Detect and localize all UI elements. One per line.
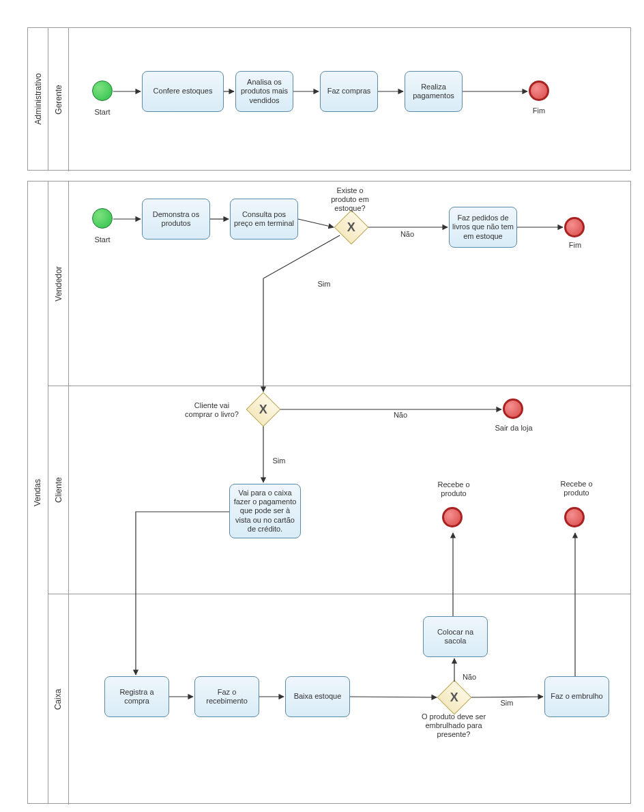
task-demonstra-produtos[interactable]: Demonstra os produtos <box>142 199 210 240</box>
end-event-recebe-produto-1[interactable] <box>442 507 463 527</box>
x-icon: X <box>259 402 267 416</box>
gateway-question: Existe o produto em estoque? <box>326 186 374 214</box>
edge-label-sim: Sim <box>497 699 517 708</box>
end-label: Recebe o produto <box>431 480 476 498</box>
task-label: Faz o recebimento <box>198 688 256 706</box>
start-event-gerente[interactable] <box>92 81 113 101</box>
task-label: Consulta pos preço em terminal <box>233 210 295 228</box>
bpmn-canvas: Administrativo Gerente Vendas Vendedor C… <box>7 7 644 812</box>
end-label: Sair da loja <box>491 424 536 433</box>
task-label: Vai para o caixa fazer o pagamento que p… <box>233 489 297 534</box>
x-icon: X <box>450 690 458 704</box>
lane-label: Gerente <box>54 85 63 114</box>
task-faz-pedidos[interactable]: Faz pedidos de livros que não tem em est… <box>449 207 517 248</box>
x-icon: X <box>347 220 355 234</box>
task-label: Faz compras <box>327 87 371 96</box>
task-analisa-produtos[interactable]: Analisa os produtos mais vendidos <box>235 71 293 112</box>
end-label: Recebe o produto <box>554 480 599 497</box>
lane-title-vendedor: Vendedor <box>48 182 69 386</box>
edge-label-nao: Não <box>397 230 418 239</box>
pool-label: Vendas <box>33 478 43 506</box>
pool-label: Administrativo <box>33 73 43 124</box>
edge-label-sim: Sim <box>269 456 289 465</box>
task-consulta-preco[interactable]: Consulta pos preço em terminal <box>230 199 298 240</box>
task-registra-compra[interactable]: Registra a compra <box>104 676 169 717</box>
task-faz-embrulho[interactable]: Faz o embrulho <box>544 676 609 717</box>
lane-title-caixa: Caixa <box>48 594 69 804</box>
end-event-gerente[interactable] <box>529 81 549 101</box>
task-confere-estoques[interactable]: Confere estoques <box>142 71 224 112</box>
task-label: Faz o embrulho <box>551 692 602 701</box>
gateway-question: O produto deve ser embrulhado para prese… <box>420 712 488 740</box>
edge-label-sim: Sim <box>314 280 334 289</box>
lane-label: Cliente <box>54 477 63 502</box>
pool-title-vendas: Vendas <box>28 182 48 803</box>
end-label: Fim <box>561 241 589 250</box>
task-label: Demonstra os produtos <box>145 210 207 228</box>
edge-label-nao: Não <box>390 411 411 420</box>
end-event-recebe-produto-2[interactable] <box>564 507 585 527</box>
lane-title-cliente: Cliente <box>48 386 69 594</box>
task-label: Analisa os produtos mais vendidos <box>239 78 290 105</box>
end-label: Fim <box>525 106 553 115</box>
task-vai-caixa-pagar[interactable]: Vai para o caixa fazer o pagamento que p… <box>229 484 301 538</box>
lane-cliente: Cliente <box>48 386 630 594</box>
pool-title-administrativo: Administrativo <box>28 28 48 170</box>
task-label: Baixa estoque <box>294 692 342 701</box>
start-label: Start <box>87 108 117 117</box>
start-event-vendedor[interactable] <box>92 208 113 229</box>
task-faz-recebimento[interactable]: Faz o recebimento <box>194 676 259 717</box>
lane-label: Vendedor <box>54 266 63 301</box>
start-label: Start <box>87 235 117 244</box>
task-label: Faz pedidos de livros que não tem em est… <box>452 214 514 241</box>
gateway-question: Cliente vai comprar o livro? <box>183 401 241 419</box>
edge-label-nao: Não <box>459 673 480 682</box>
lane-label: Caixa <box>54 689 63 710</box>
task-label: Colocar na sacola <box>426 628 484 646</box>
end-event-sair-loja[interactable] <box>503 398 523 419</box>
lane-title-gerente: Gerente <box>48 28 69 171</box>
task-realiza-pagamentos[interactable]: Realiza pagamentos <box>405 71 463 112</box>
end-event-vendedor[interactable] <box>564 217 585 237</box>
task-label: Realiza pagamentos <box>408 83 459 100</box>
task-label: Registra a compra <box>108 688 166 706</box>
task-baixa-estoque[interactable]: Baixa estoque <box>285 676 350 717</box>
task-colocar-sacola[interactable]: Colocar na sacola <box>423 616 488 657</box>
task-faz-compras[interactable]: Faz compras <box>320 71 378 112</box>
task-label: Confere estoques <box>153 87 213 96</box>
